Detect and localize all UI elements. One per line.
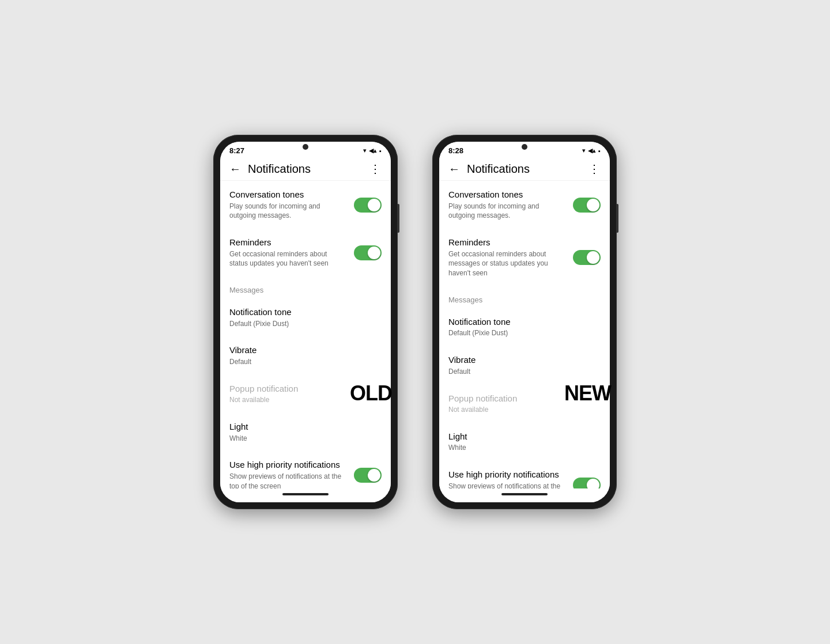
app-bar-left-new: ← Notifications: [448, 162, 530, 176]
signal-icon-new: ◀▴: [588, 147, 596, 154]
home-indicator-old: [282, 493, 329, 495]
setting-subtitle-tone-new: Default (Pixie Dust): [448, 328, 594, 338]
setting-text-rem-new: Reminders Get occasional reminders about…: [448, 237, 573, 278]
status-icons-old: ▾ ◀▴ ▪: [363, 147, 382, 154]
setting-text-light-old: Light White: [229, 421, 382, 443]
app-title-new: Notifications: [467, 162, 530, 176]
setting-subtitle-popup-old: Not available: [229, 395, 375, 405]
status-icons-new: ▾ ◀▴ ▪: [582, 147, 601, 154]
section-messages-label-old: Messages: [229, 286, 263, 294]
battery-icon-new: ▪: [598, 147, 601, 154]
app-bar-new: ← Notifications ⋮: [439, 157, 610, 181]
settings-list-new: Conversation tones Play sounds for incom…: [439, 181, 610, 488]
setting-text-tone-old: Notification tone Default (Pixie Dust): [229, 306, 382, 328]
setting-title-conv-old: Conversation tones: [229, 189, 347, 200]
setting-text-popup-old: Popup notification Not available: [229, 383, 382, 405]
setting-title-rem-old: Reminders: [229, 237, 347, 248]
phone-new-device: 8:28 ▾ ◀▴ ▪ ← Notifications ⋮: [432, 135, 617, 509]
setting-highpriority-new[interactable]: Use high priority notifications Show pre…: [439, 461, 610, 488]
setting-title-conv-new: Conversation tones: [448, 189, 566, 200]
setting-subtitle-vib-old: Default: [229, 357, 375, 367]
back-button-new[interactable]: ←: [448, 162, 460, 176]
setting-conversation-tones-new[interactable]: Conversation tones Play sounds for incom…: [439, 181, 610, 229]
setting-light-old[interactable]: Light White: [220, 413, 391, 451]
phone-old: 8:27 ▾ ◀▴ ▪ ← Notifications ⋮: [213, 135, 398, 509]
setting-title-tone-old: Notification tone: [229, 306, 375, 318]
time-new: 8:28: [448, 146, 463, 155]
setting-title-rem-new: Reminders: [448, 237, 566, 248]
setting-title-popup-new: Popup notification: [448, 393, 594, 404]
toggle-hp-old[interactable]: [354, 468, 382, 483]
toggle-conv-old[interactable]: [354, 198, 382, 213]
setting-conversation-tones-old[interactable]: Conversation tones Play sounds for incom…: [220, 181, 391, 229]
status-bar-new: 8:28 ▾ ◀▴ ▪: [439, 142, 610, 157]
setting-popup-new: Popup notification Not available: [439, 385, 610, 423]
battery-icon-old: ▪: [379, 147, 382, 154]
setting-highpriority-old[interactable]: Use high priority notifications Show pre…: [220, 451, 391, 488]
section-messages-label-new: Messages: [448, 296, 482, 304]
section-messages-old: Messages: [220, 276, 391, 298]
setting-subtitle-rem-new: Get occasional reminders about messages …: [448, 249, 566, 278]
setting-title-hp-new: Use high priority notifications: [448, 469, 566, 480]
setting-vibrate-new[interactable]: Vibrate Default: [439, 346, 610, 384]
setting-text-vib-old: Vibrate Default: [229, 344, 382, 366]
side-button-old: [398, 204, 399, 233]
home-indicator-new: [501, 493, 548, 495]
toggle-rem-old[interactable]: [354, 245, 382, 260]
setting-subtitle-vib-new: Default: [448, 367, 594, 377]
setting-subtitle-hp-old: Show previews of notifications at the to…: [229, 472, 347, 488]
back-button-old[interactable]: ←: [229, 162, 241, 176]
app-bar-left-old: ← Notifications: [229, 162, 311, 176]
phone-old-screen: 8:27 ▾ ◀▴ ▪ ← Notifications ⋮: [220, 142, 391, 502]
setting-text-rem-old: Reminders Get occasional reminders about…: [229, 237, 354, 268]
setting-vibrate-old[interactable]: Vibrate Default: [220, 336, 391, 374]
setting-title-light-new: Light: [448, 431, 594, 442]
setting-subtitle-tone-old: Default (Pixie Dust): [229, 319, 375, 329]
setting-subtitle-light-new: White: [448, 443, 594, 453]
wifi-icon-new: ▾: [582, 147, 586, 154]
toggle-rem-new[interactable]: [573, 250, 601, 265]
toggle-conv-new[interactable]: [573, 198, 601, 213]
phone-bottom-new: [439, 488, 610, 502]
phone-new: 8:28 ▾ ◀▴ ▪ ← Notifications ⋮: [432, 135, 617, 509]
wifi-icon-old: ▾: [363, 147, 367, 154]
more-menu-new[interactable]: ⋮: [588, 162, 601, 176]
setting-subtitle-hp-new: Show previews of notifications at the to…: [448, 482, 566, 488]
more-menu-old[interactable]: ⋮: [369, 162, 382, 176]
setting-subtitle-conv-new: Play sounds for incoming and outgoing me…: [448, 202, 566, 221]
app-bar-old: ← Notifications ⋮: [220, 157, 391, 181]
setting-title-light-old: Light: [229, 421, 375, 433]
phone-old-device: 8:27 ▾ ◀▴ ▪ ← Notifications ⋮: [213, 135, 398, 509]
app-title-old: Notifications: [248, 162, 311, 176]
status-bar-old: 8:27 ▾ ◀▴ ▪: [220, 142, 391, 157]
setting-text-conv-old: Conversation tones Play sounds for incom…: [229, 189, 354, 221]
signal-icon-old: ◀▴: [369, 147, 377, 154]
setting-subtitle-light-old: White: [229, 434, 375, 444]
setting-light-new[interactable]: Light White: [439, 423, 610, 461]
setting-text-vib-new: Vibrate Default: [448, 354, 601, 376]
setting-text-hp-new: Use high priority notifications Show pre…: [448, 469, 573, 488]
setting-text-conv-new: Conversation tones Play sounds for incom…: [448, 189, 573, 221]
time-old: 8:27: [229, 146, 244, 155]
phone-bottom-old: [220, 488, 391, 502]
setting-popup-old: Popup notification Not available: [220, 375, 391, 413]
setting-reminders-new[interactable]: Reminders Get occasional reminders about…: [439, 229, 610, 286]
toggle-hp-new[interactable]: [573, 478, 601, 488]
setting-title-tone-new: Notification tone: [448, 316, 594, 328]
section-messages-new: Messages: [439, 286, 610, 308]
settings-list-old: Conversation tones Play sounds for incom…: [220, 181, 391, 488]
setting-reminders-old[interactable]: Reminders Get occasional reminders about…: [220, 229, 391, 276]
phone-new-screen: 8:28 ▾ ◀▴ ▪ ← Notifications ⋮: [439, 142, 610, 502]
setting-notif-tone-new[interactable]: Notification tone Default (Pixie Dust): [439, 308, 610, 346]
setting-title-vib-new: Vibrate: [448, 354, 594, 366]
setting-text-hp-old: Use high priority notifications Show pre…: [229, 459, 354, 488]
setting-text-tone-new: Notification tone Default (Pixie Dust): [448, 316, 601, 338]
setting-title-hp-old: Use high priority notifications: [229, 459, 347, 471]
setting-subtitle-popup-new: Not available: [448, 405, 594, 415]
setting-title-popup-old: Popup notification: [229, 383, 375, 395]
setting-subtitle-conv-old: Play sounds for incoming and outgoing me…: [229, 202, 347, 221]
side-button-new: [617, 204, 618, 233]
setting-subtitle-rem-old: Get occasional reminders about status up…: [229, 249, 347, 269]
setting-notif-tone-old[interactable]: Notification tone Default (Pixie Dust): [220, 298, 391, 336]
setting-text-popup-new: Popup notification Not available: [448, 393, 601, 415]
